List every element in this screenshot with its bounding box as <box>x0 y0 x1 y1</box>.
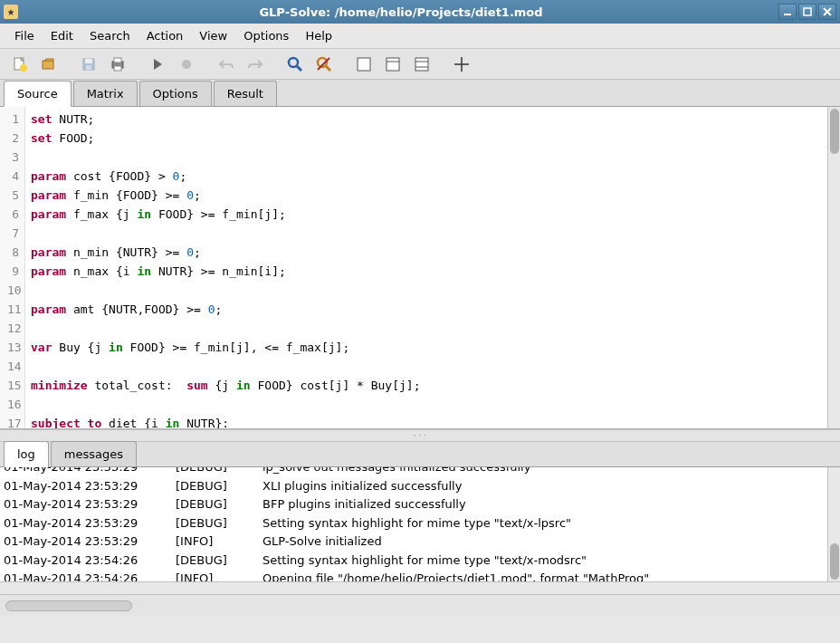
code-line[interactable]: minimize total_cost: sum {j in FOOD} cos… <box>31 376 835 395</box>
titlebar: ★ GLP-Solve: /home/helio/Projects/diet1.… <box>0 0 840 24</box>
svg-rect-11 <box>86 65 91 70</box>
code-line[interactable] <box>31 319 835 338</box>
print-icon[interactable] <box>105 53 130 76</box>
app-icon: ★ <box>4 5 18 19</box>
menu-edit[interactable]: Edit <box>43 25 81 46</box>
line-number: 17 <box>7 414 19 433</box>
log-timestamp: 01-May-2014 23:53:29 <box>4 534 176 553</box>
log-row: 01-May-2014 23:53:29[INFO]GLP-Solve init… <box>4 534 836 553</box>
open-file-icon[interactable] <box>36 53 62 76</box>
log-row: 01-May-2014 23:53:29[DEBUG]XLI plugins i… <box>4 479 836 498</box>
tab-log[interactable]: log <box>4 441 49 467</box>
log-timestamp: 01-May-2014 23:53:29 <box>4 497 176 516</box>
tab-source[interactable]: Source <box>4 81 72 107</box>
maximize-button[interactable] <box>798 4 816 20</box>
code-line[interactable]: var Buy {j in FOOD} >= f_min[j], <= f_ma… <box>31 338 835 357</box>
line-number: 15 <box>7 376 19 395</box>
log-timestamp: 01-May-2014 23:53:29 <box>4 467 176 479</box>
log-scrollbar-horizontal[interactable] <box>0 581 840 594</box>
menu-file[interactable]: File <box>7 25 42 46</box>
svg-marker-8 <box>44 59 53 61</box>
line-number: 3 <box>7 148 19 167</box>
undo-icon[interactable] <box>214 53 239 76</box>
code-line[interactable] <box>31 395 835 414</box>
code-line[interactable]: param amt {NUTR,FOOD} >= 0; <box>31 300 835 319</box>
log-message: BFP plugins initialized successfully <box>262 497 836 516</box>
code-line[interactable]: set NUTR; <box>31 110 835 129</box>
code-editor[interactable]: 1234567891011121314151617 set NUTR;set F… <box>0 107 840 429</box>
tab-result[interactable]: Result <box>214 81 277 106</box>
record-icon[interactable] <box>174 53 199 76</box>
log-message: GLP-Solve initialized <box>262 534 836 553</box>
code-line[interactable]: set FOOD; <box>31 129 835 148</box>
tab-messages[interactable]: messages <box>51 441 137 466</box>
svg-rect-22 <box>358 58 370 71</box>
menu-search[interactable]: Search <box>82 25 138 46</box>
menu-view[interactable]: View <box>192 25 234 46</box>
log-row: 01-May-2014 23:53:29[DEBUG]Setting synta… <box>4 516 836 535</box>
save-icon[interactable] <box>76 53 101 76</box>
run-icon[interactable] <box>145 53 170 76</box>
tab-options[interactable]: Options <box>139 81 212 106</box>
log-row: 01-May-2014 23:53:29[DEBUG]BFP plugins i… <box>4 497 836 516</box>
code-line[interactable]: param f_min {FOOD} >= 0; <box>31 186 835 205</box>
log-panel: 01-May-2014 23:53:29[DEBUG]lp_solve out … <box>0 467 840 594</box>
window-controls <box>778 4 836 20</box>
line-number: 5 <box>7 186 19 205</box>
redo-icon[interactable] <box>243 53 268 76</box>
menu-options[interactable]: Options <box>236 25 296 46</box>
log-message: Setting syntax highlight for mime type "… <box>262 553 836 572</box>
menu-help[interactable]: Help <box>298 25 339 46</box>
close-button[interactable] <box>818 4 836 20</box>
line-number: 12 <box>7 319 19 338</box>
log-row: 01-May-2014 23:54:26[DEBUG]Setting synta… <box>4 553 836 572</box>
line-number: 2 <box>7 129 19 148</box>
svg-rect-25 <box>415 58 428 71</box>
menu-action[interactable]: Action <box>139 25 191 46</box>
new-file-icon[interactable] <box>7 53 33 76</box>
line-number: 7 <box>7 224 19 243</box>
scrollbar-thumb[interactable] <box>830 109 839 154</box>
svg-rect-10 <box>85 59 92 63</box>
code-line[interactable] <box>31 281 835 300</box>
log-level: [DEBUG] <box>176 553 262 572</box>
line-number: 14 <box>7 357 19 376</box>
log-timestamp: 01-May-2014 23:53:29 <box>4 479 176 498</box>
tab-matrix[interactable]: Matrix <box>73 81 138 106</box>
log-level: [DEBUG] <box>176 467 262 479</box>
code-line[interactable]: param cost {FOOD} > 0; <box>31 167 835 186</box>
svg-rect-1 <box>804 8 811 15</box>
log-timestamp: 01-May-2014 23:54:26 <box>4 553 176 572</box>
line-number: 13 <box>7 338 19 357</box>
code-line[interactable]: param n_min {NUTR} >= 0; <box>31 243 835 262</box>
log-scrollbar-vertical[interactable] <box>827 467 840 581</box>
svg-rect-23 <box>387 58 399 71</box>
line-number: 4 <box>7 167 19 186</box>
line-number: 9 <box>7 262 19 281</box>
svg-point-16 <box>182 60 191 69</box>
code-line[interactable] <box>31 148 835 167</box>
view3-icon[interactable] <box>409 53 434 76</box>
view1-icon[interactable] <box>351 53 377 76</box>
editor-scrollbar[interactable] <box>827 107 840 428</box>
splitter[interactable]: · · · <box>0 429 840 442</box>
log-row: 01-May-2014 23:53:29[DEBUG]lp_solve out … <box>4 467 836 479</box>
code-line[interactable]: subject to diet {i in NUTR}: <box>31 414 835 428</box>
code-line[interactable]: param n_max {i in NUTR} >= n_min[i]; <box>31 262 835 281</box>
replace-icon[interactable] <box>311 53 337 76</box>
minimize-button[interactable] <box>778 4 797 20</box>
log-level: [DEBUG] <box>176 516 262 535</box>
view2-icon[interactable] <box>380 53 406 76</box>
line-number: 16 <box>7 395 19 414</box>
svg-rect-13 <box>114 58 121 62</box>
scrollbar-thumb[interactable] <box>830 543 839 580</box>
code-area[interactable]: set NUTR;set FOOD;param cost {FOOD} > 0;… <box>25 107 840 428</box>
progress-bar <box>5 600 132 611</box>
code-line[interactable] <box>31 357 835 376</box>
search-icon[interactable] <box>282 53 308 76</box>
menubar: FileEditSearchActionViewOptionsHelp <box>0 24 840 49</box>
line-gutter: 1234567891011121314151617 <box>0 107 25 428</box>
crosshair-icon[interactable] <box>449 53 474 76</box>
code-line[interactable] <box>31 224 835 243</box>
code-line[interactable]: param f_max {j in FOOD} >= f_min[j]; <box>31 205 835 224</box>
